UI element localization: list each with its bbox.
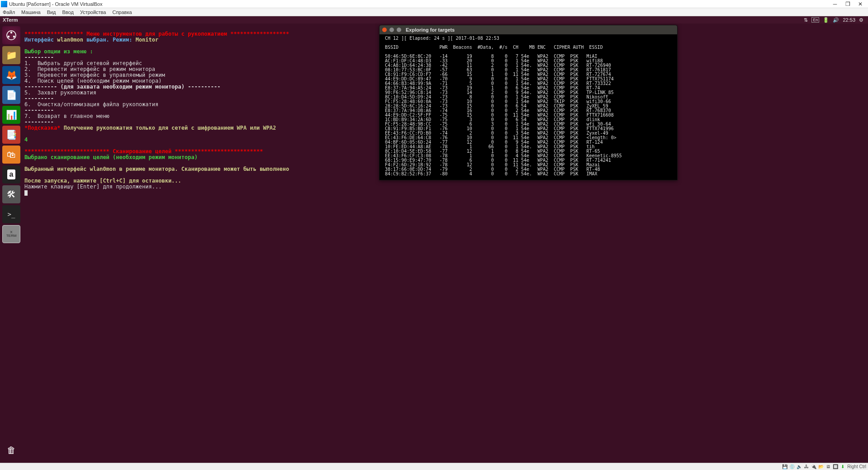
virtualbox-icon xyxy=(1,1,7,7)
vbox-menubar: Файл Машина Вид Ввод Устройства Справка xyxy=(0,8,868,16)
firefox-icon[interactable]: 🦊 xyxy=(2,66,20,84)
svg-point-1 xyxy=(10,32,12,33)
iface-label: Интерфейс xyxy=(24,37,57,43)
banner-top: ****************** Меню инструментов для… xyxy=(24,31,289,37)
display-icon[interactable]: 🖥 xyxy=(825,464,831,470)
optical-icon[interactable]: 💿 xyxy=(789,464,795,470)
minimize-icon[interactable] xyxy=(389,28,394,32)
hint-text: Получение рукопожатия только для сетей с… xyxy=(60,125,276,131)
amazon-icon[interactable]: a xyxy=(2,165,20,183)
vbox-statusbar: 💾 💿 🔈 🖧 🔌 📂 🖥 🔲 ⬇ Right Ctrl xyxy=(0,463,868,470)
sep-line: ---------- (для захвата необходим режим … xyxy=(24,84,220,90)
menu-view[interactable]: Вид xyxy=(47,9,56,15)
files-icon[interactable]: 📁 xyxy=(2,46,20,64)
host-titlebar: Ubuntu [Работает] - Oracle VM VirtualBox… xyxy=(0,0,868,8)
gear-icon[interactable]: ⚙ xyxy=(859,17,863,23)
maximize-icon[interactable] xyxy=(397,28,401,32)
menu-dashes: --------- xyxy=(24,54,54,61)
iface-name: wlan0mon xyxy=(57,37,83,43)
entered-option: 4 xyxy=(24,136,28,143)
menu-machine[interactable]: Машина xyxy=(21,9,41,15)
active-window-title: XTerm xyxy=(3,17,18,23)
targets-output: CH 12 ][ Elapsed: 24 s ][ 2017-01-08 22:… xyxy=(379,34,677,180)
opt-6: 6. Очистка/оптимизация файла рукопожатия xyxy=(24,101,158,108)
settings-icon[interactable]: 🛠 xyxy=(2,185,20,203)
menu-file[interactable]: Файл xyxy=(3,9,15,15)
hint-prefix: *Подсказка* xyxy=(24,125,60,131)
menu-devices[interactable]: Устройства xyxy=(80,9,106,15)
maximize-button[interactable]: ❐ xyxy=(844,1,851,7)
targets-titlebar[interactable]: Exploring for targets xyxy=(379,25,677,34)
libreoffice-writer-icon[interactable]: 📄 xyxy=(2,86,20,104)
hdd-icon[interactable]: 💾 xyxy=(782,464,787,470)
network-icon[interactable]: ⇅ xyxy=(804,17,808,23)
battery-icon[interactable]: 🔋 xyxy=(823,17,829,23)
targets-window[interactable]: Exploring for targets CH 12 ][ Elapsed: … xyxy=(379,25,678,180)
recording-icon[interactable]: 🔲 xyxy=(833,464,838,470)
window-title: Ubuntu [Работает] - Oracle VM VirtualBox xyxy=(9,1,832,7)
scan-selected: Выбрано сканирование целей (необходим ре… xyxy=(24,154,198,160)
menu-help[interactable]: Справка xyxy=(112,9,132,15)
mouse-integration-icon[interactable]: ⬇ xyxy=(840,464,845,470)
libreoffice-calc-icon[interactable]: 📊 xyxy=(2,106,20,124)
trash-icon[interactable]: 🗑 xyxy=(2,441,20,459)
keyboard-layout-indicator[interactable]: En xyxy=(811,17,819,23)
opt-3: 3. Перевести интерфейс в управляемый реж… xyxy=(24,72,165,78)
targets-title: Exploring for targets xyxy=(406,27,455,33)
mode-value: Monitor xyxy=(136,37,159,43)
opt-1: 1. Выбрать другой сетевой интерфейс xyxy=(24,60,142,66)
terminal-icon[interactable]: >_ xyxy=(2,205,20,223)
svg-point-3 xyxy=(8,36,9,38)
sound-icon[interactable]: 🔊 xyxy=(833,17,839,23)
network-status-icon[interactable]: 🖧 xyxy=(804,464,809,470)
xterm-icon[interactable]: XTERM xyxy=(2,225,20,243)
scan-iface-line: Выбранный интерфейс wlan0mon в режиме мо… xyxy=(24,166,289,172)
close-icon[interactable] xyxy=(382,28,387,32)
opt-2: 2. Перевести интерфейс в режим монитора xyxy=(24,66,155,72)
select-prompt: Выбор опции из меню : xyxy=(24,48,93,55)
desktop: ****************** Меню инструментов для… xyxy=(23,24,868,463)
after-start: После запуска, нажмите [Ctrl+C] для оста… xyxy=(24,178,181,184)
dash-icon[interactable] xyxy=(2,26,20,44)
clock[interactable]: 22:53 xyxy=(843,17,855,23)
minimize-button[interactable]: ─ xyxy=(832,1,838,7)
opt-5: 5. Захват рукопожатия xyxy=(24,89,96,96)
menu-input[interactable]: Ввод xyxy=(62,9,74,15)
usb-icon[interactable]: 🔌 xyxy=(811,464,816,470)
host-key-label: Right Ctrl xyxy=(847,464,866,469)
cursor xyxy=(24,190,28,196)
audio-icon[interactable]: 🔈 xyxy=(797,464,802,470)
press-enter: Нажмите клавишу [Enter] для продолжения.… xyxy=(24,183,161,190)
unity-launcher: 📁 🦊 📄 📊 📑 🛍 a 🛠 >_ XTERM 🗑 xyxy=(0,24,23,463)
svg-point-2 xyxy=(13,36,15,38)
ubuntu-top-panel: XTerm ⇅ En 🔋 🔊 22:53 ⚙ xyxy=(0,16,868,24)
close-button[interactable]: ✕ xyxy=(857,1,863,7)
software-center-icon[interactable]: 🛍 xyxy=(2,146,20,164)
shared-folder-icon[interactable]: 📂 xyxy=(818,464,824,470)
opt-7: 7. Возврат в главное меню xyxy=(24,113,109,119)
libreoffice-impress-icon[interactable]: 📑 xyxy=(2,126,20,144)
banner-scan: ************************** Сканирование … xyxy=(24,148,263,155)
opt-4: 4. Поиск целей (необходим режим монитора… xyxy=(24,78,161,84)
